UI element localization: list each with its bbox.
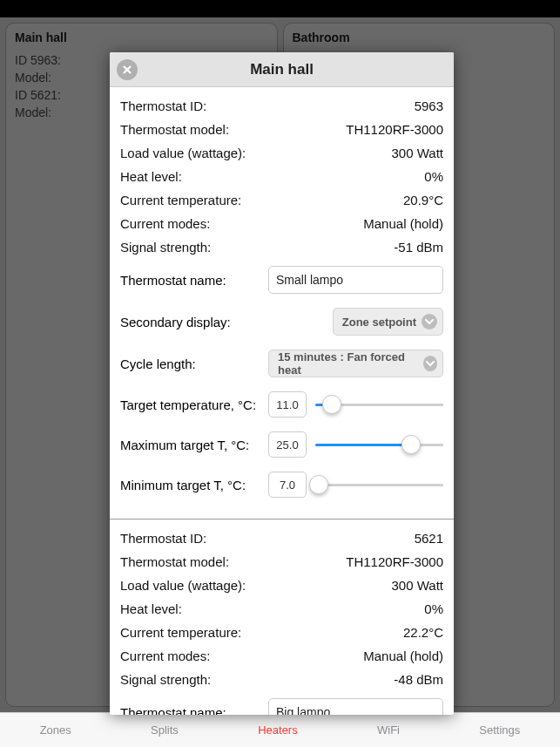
info-label: Thermostat model: [120,554,229,569]
close-icon[interactable] [117,59,138,80]
info-label: Signal strength: [120,672,211,687]
info-value: 22.2°C [403,625,443,640]
info-value: 20.9°C [403,193,443,207]
modal-title: Main hall [250,61,314,78]
info-label: Current temperature: [120,193,241,207]
carrier-text: No SIM [5,3,40,15]
info-value: -48 dBm [394,672,443,687]
chevron-down-icon [423,356,437,371]
modal-body[interactable]: Thermostat ID:5963 Thermostat model:TH11… [110,87,454,715]
chevron-down-icon [422,314,437,329]
info-value: 300 Watt [392,578,443,593]
tab-heaters[interactable]: Heaters [258,723,298,737]
dropdown-label: Zone setpoint [342,316,416,329]
battery-icon [536,4,555,13]
dropdown-label: 15 minutes : Fan forced heat [278,350,418,377]
status-time: 10:54 PM [257,3,302,15]
field-label: Cycle length: [120,357,260,371]
tab-splits[interactable]: Splits [151,723,179,737]
info-label: Heat level: [120,601,182,616]
thermostat-section: Thermostat ID:5963 Thermostat model:TH11… [110,87,454,520]
info-value: Manual (hold) [363,649,443,663]
tab-wifi[interactable]: WiFi [377,723,400,737]
slider-label: Target temperature, °C: [120,397,260,412]
target-temp-slider[interactable] [315,391,443,418]
info-value: TH1120RF-3000 [346,554,443,569]
thermostat-section: Thermostat ID:5621 Thermostat model:TH11… [110,520,454,715]
info-label: Thermostat model: [120,122,229,137]
secondary-display-dropdown[interactable]: Zone setpoint [333,308,443,336]
slider-label: Maximum target T, °C: [120,438,260,452]
field-label: Thermostat name: [120,705,260,716]
info-label: Load value (wattage): [120,578,246,593]
target-temp-value: 11.0 [268,391,307,418]
max-temp-slider[interactable] [315,431,443,458]
info-value: 300 Watt [392,146,443,160]
max-temp-value: 25.0 [268,431,307,458]
tab-zones[interactable]: Zones [40,723,71,737]
info-value: TH1120RF-3000 [346,122,443,137]
info-label: Thermostat ID: [120,531,206,546]
info-label: Signal strength: [120,240,211,255]
zone-detail-modal: Main hall Thermostat ID:5963 Thermostat … [110,52,454,715]
info-value: 0% [424,601,443,616]
field-label: Secondary display: [120,315,260,329]
tab-settings[interactable]: Settings [479,723,520,737]
status-bar: No SIM 10:54 PM 77% [0,0,560,17]
thermostat-name-input[interactable] [268,698,443,715]
info-label: Load value (wattage): [120,146,246,160]
battery-pct: 77% [511,3,532,15]
info-label: Current modes: [120,649,210,663]
info-value: Manual (hold) [363,216,443,231]
min-temp-slider[interactable] [315,472,443,498]
tab-bar: Zones Splits Heaters WiFi Settings [0,712,560,747]
info-label: Current modes: [120,216,210,231]
modal-header: Main hall [110,52,454,87]
slider-label: Minimum target T, °C: [120,478,260,492]
field-label: Thermostat name: [120,273,260,288]
info-value: 0% [424,169,443,184]
info-label: Current temperature: [120,625,241,640]
min-temp-value: 7.0 [268,472,307,498]
status-right: 77% [500,3,555,16]
bluetooth-icon [500,3,508,16]
cycle-length-dropdown[interactable]: 15 minutes : Fan forced heat [268,350,443,377]
info-value: -51 dBm [394,240,443,255]
thermostat-name-input[interactable] [268,266,443,294]
info-label: Thermostat ID: [120,98,206,113]
info-label: Heat level: [120,169,182,184]
info-value: 5963 [415,98,443,113]
info-value: 5621 [415,531,443,546]
